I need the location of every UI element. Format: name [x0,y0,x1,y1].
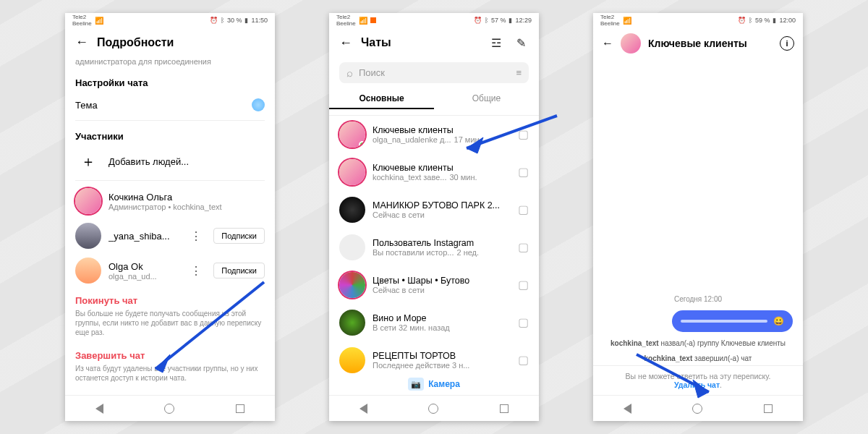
more-icon[interactable]: ⋮ [186,229,206,243]
theme-icon [252,98,265,111]
chat-row[interactable]: Ключевые клиентыkochkina_text заве...30 … [329,153,539,191]
camera-icon[interactable]: ▢ [518,315,529,329]
end-chat-button[interactable]: Завершить чат [65,343,275,362]
carrier: Beeline [72,20,92,27]
chat-row[interactable]: Цветы • Шары • БутовоСейчас в сети ▢ [329,266,539,304]
camera-icon[interactable]: ▢ [518,278,529,292]
plus-icon: ＋ [75,152,101,171]
page-title: Чаты [361,36,480,49]
system-message: kochkina_text завершил(-а) чат [603,354,793,362]
leave-chat-button[interactable]: Покинуть чат [65,288,275,307]
camera-footer-button[interactable]: 📷 Камера [329,373,539,395]
tab-main[interactable]: Основные [329,88,434,115]
back-icon[interactable]: ← [75,35,88,50]
carrier: Tele2 [72,14,86,20]
member-sub: Администратор • kochkina_text [109,203,265,211]
chat-body: Сегодня 12:00 😀 kochkina_text назвал(-а)… [593,59,803,365]
avatar [339,122,365,148]
page-title: Подробности [97,36,265,49]
avatar [75,223,101,249]
info-icon[interactable]: i [780,36,794,51]
chat-row[interactable]: Пользователь InstagramВы поставили истор… [329,229,539,266]
avatar [75,258,101,284]
signal-icon [95,17,103,25]
camera-icon[interactable]: ▢ [518,127,529,141]
theme-label: Тема [75,100,244,111]
camera-icon: 📷 [408,378,424,391]
status-bar: Tele2Beeline ⏰ 59 % ▮ 12:00 [593,13,803,27]
back-icon[interactable]: ← [602,37,613,50]
system-message: kochkina_text назвал(-а) группу Ключевые… [603,339,793,347]
search-input[interactable]: Поиск ≡ [339,62,529,83]
chat-title: Ключевые клиенты [648,38,773,49]
bluetooth-icon [221,17,224,24]
chat-row[interactable]: МАНИКЮР БУТОВО ПАРК 2...Сейчас в сети ▢ [329,191,539,229]
timestamp: Сегодня 12:00 [603,295,793,303]
tabs: Основные Общие [329,88,539,116]
android-navbar [593,395,803,421]
compose-icon[interactable]: ✎ [513,35,529,51]
clock: 11:50 [251,17,268,24]
avatar [339,347,365,373]
nav-recent-icon[interactable] [236,404,244,413]
signal-icon [359,17,367,25]
member-row[interactable]: Olga Okolga_na_ud... ⋮ Подписки [65,253,275,288]
message-content [681,320,767,323]
bluetooth-icon [749,17,752,24]
signal-icon [623,17,631,25]
android-navbar [329,395,539,421]
back-icon[interactable]: ← [339,35,352,51]
tab-general[interactable]: Общие [434,88,539,115]
member-row[interactable]: Кочкина ОльгаАдминистратор • kochkina_te… [65,184,275,218]
camera-icon[interactable]: ▢ [518,240,529,254]
member-name: Кочкина Ольга [109,192,265,203]
footer-note: Вы не можете ответить на эту переписку. … [593,365,803,395]
message-bubble[interactable]: 😀 [672,310,793,332]
header: ← Подробности [65,27,275,57]
phone-chats: Tele2Beeline ⏰ 57 % ▮ 12:29 ← Чаты ☲ ✎ П… [329,13,539,421]
alarm-icon: ⏰ [738,17,746,24]
add-people-button[interactable]: ＋ Добавить людей... [65,146,275,177]
section-settings: Настройки чата [65,70,275,93]
nav-back-icon[interactable] [624,404,631,414]
nav-recent-icon[interactable] [764,404,773,413]
member-name: _yana_shiba... [109,231,179,242]
avatar [339,310,365,336]
theme-row[interactable]: Тема [65,93,275,117]
member-row[interactable]: _yana_shiba... ⋮ Подписки [65,218,275,253]
subscribe-button[interactable]: Подписки [213,263,265,278]
chat-row[interactable]: Ключевые клиентыolga_na_udalenke д...17 … [329,116,539,153]
search-icon [346,67,353,79]
filter-icon[interactable]: ≡ [516,67,522,78]
divider [75,180,265,181]
nav-home-icon[interactable] [692,404,702,414]
nav-home-icon[interactable] [164,404,174,414]
battery: 30 % [227,17,242,24]
nav-recent-icon[interactable] [500,404,509,413]
status-bar: Tele2Beeline ⏰ 30 % ▮ 11:50 [65,13,275,27]
nav-back-icon[interactable] [95,404,103,414]
more-icon[interactable]: ⋮ [186,264,206,278]
emoji-icon: 😀 [773,316,784,326]
status-bar: Tele2Beeline ⏰ 57 % ▮ 12:29 [329,13,539,27]
chat-header: ← Ключевые клиенты i [593,27,803,59]
section-members: Участники [65,124,275,146]
subscribe-button[interactable]: Подписки [213,228,265,244]
camera-icon[interactable]: ▢ [518,165,529,179]
member-sub: olga_na_ud... [109,272,179,281]
camera-icon[interactable]: ▢ [518,203,529,216]
list-icon[interactable]: ☲ [488,35,504,51]
nav-home-icon[interactable] [428,404,438,414]
phone-details: Tele2Beeline ⏰ 30 % ▮ 11:50 ← Подробност… [65,13,275,421]
member-name: Olga Ok [109,261,179,272]
avatar [339,272,365,298]
chat-row[interactable]: РЕЦЕПТЫ ТОРТОВПоследнее действие 3 н... … [329,341,539,374]
delete-chat-button[interactable]: Удалить чат [674,380,720,389]
nav-back-icon[interactable] [359,404,367,414]
camera-icon[interactable]: ▢ [518,353,529,367]
chat-row[interactable]: Вино и МореВ сети 32 мин. назад ▢ [329,304,539,341]
divider [75,120,265,121]
online-dot-icon [359,141,365,148]
avatar[interactable] [621,33,641,54]
bluetooth-icon [485,17,488,24]
